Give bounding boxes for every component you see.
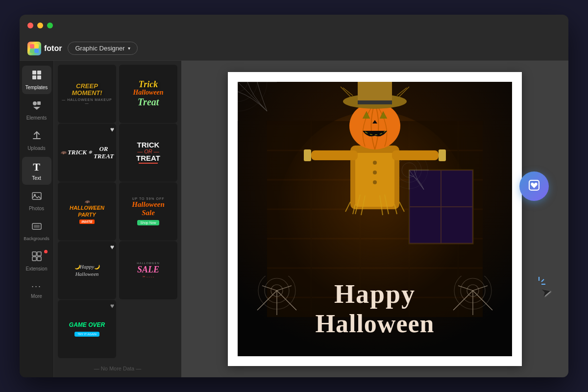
svg-rect-14 [32, 252, 36, 256]
svg-point-40 [373, 161, 377, 165]
svg-point-8 [33, 101, 37, 105]
heart-icon-happy: ♥ [110, 243, 114, 251]
template-grid: CREEPMOMENT! — HALLOWEEN MAKEUP — Trick … [54, 61, 181, 360]
sale1-main: HalloweenSale [132, 200, 165, 217]
svg-rect-17 [37, 257, 41, 261]
sidebar-item-elements[interactable]: Elements [22, 96, 51, 124]
svg-rect-7 [37, 75, 41, 79]
sidebar-item-templates[interactable]: Templates [22, 66, 51, 94]
template-card-trick-treat-1[interactable]: Trick Halloween Treat [119, 65, 177, 123]
svg-text:Halloween: Halloween [316, 310, 435, 338]
template-card-happy-halloween-small[interactable]: ♥ 🌙Happy🌙Halloween [58, 241, 116, 299]
trick3-treat: TREAT [136, 154, 160, 162]
minimize-button[interactable] [37, 23, 43, 28]
sidebar-item-backgrounds-label: Backgrounds [24, 236, 49, 241]
favorite-button[interactable] [519, 172, 549, 201]
trick3-trick: TRICK [136, 141, 160, 148]
graphic-designer-button[interactable]: Graphic Designer [68, 42, 137, 55]
canvas-image[interactable]: Happy Halloween [238, 82, 512, 356]
creep-moment-sub: — HALLOWEEN MAKEUP — [62, 98, 112, 105]
sidebar-item-photos[interactable]: Photos [22, 187, 51, 215]
template-card-game-over[interactable]: ♥ GAME OVER TRY IT AGAIN [58, 300, 116, 358]
svg-rect-6 [32, 75, 36, 79]
svg-point-42 [373, 180, 377, 184]
svg-rect-3 [34, 49, 39, 53]
sidebar-item-extension-label: Extension [26, 266, 48, 271]
template-card-creep-moment[interactable]: CREEPMOMENT! — HALLOWEEN MAKEUP — [58, 65, 116, 123]
title-bar [20, 15, 568, 36]
svg-line-95 [541, 279, 544, 282]
text-icon: T [33, 161, 40, 173]
sidebar-item-more[interactable]: ··· More [22, 277, 51, 303]
svg-rect-16 [32, 257, 36, 261]
no-more-data: — No More Data — [54, 360, 181, 377]
template-card-halloween-sale-1[interactable]: UP TO 59% OFF HalloweenSale Shop Now [119, 182, 177, 241]
svg-line-77 [257, 291, 277, 310]
heart-icon-2: ♥ [110, 125, 114, 133]
sidebar-item-backgrounds[interactable]: Backgrounds [22, 217, 51, 245]
sidebar-item-uploads-label: Uploads [27, 146, 46, 151]
logo-text: fotor [44, 44, 62, 53]
svg-rect-43 [311, 150, 358, 160]
canvas-area: Happy Halloween [181, 61, 568, 377]
backgrounds-icon [31, 221, 42, 234]
svg-point-41 [373, 171, 377, 174]
top-bar: fotor Graphic Designer [20, 36, 568, 61]
trick2-text: 🦇 TRICK ✱ OR TREAT [60, 146, 114, 160]
photos-icon [31, 191, 42, 204]
extension-icon [31, 251, 42, 264]
sidebar: Templates Elements [20, 61, 54, 377]
canvas-wrapper: Happy Halloween [228, 72, 522, 366]
template-card-halloween-party[interactable]: 🦇 halloween PARTY INVITE [58, 182, 116, 241]
sidebar-item-text[interactable]: T Text [22, 157, 51, 185]
template-card-trick-treat-2[interactable]: ♥ 🦇 TRICK ✱ OR TREAT [58, 123, 116, 182]
svg-line-75 [277, 291, 296, 310]
trick3-line [139, 163, 158, 164]
heart-icon-gameover: ♥ [110, 302, 114, 310]
app-body: fotor Graphic Designer [20, 36, 568, 377]
more-icon: ··· [31, 281, 42, 292]
svg-rect-60 [358, 100, 392, 104]
happy-halloween-heading: Happy Halloween [238, 276, 512, 342]
sidebar-item-uploads[interactable]: Uploads [22, 126, 51, 155]
svg-rect-9 [37, 101, 41, 105]
sale1-up: UP TO 59% OFF [132, 197, 165, 200]
maximize-button[interactable] [47, 23, 53, 28]
templates-panel: CREEPMOMENT! — HALLOWEEN MAKEUP — Trick … [54, 61, 181, 377]
sidebar-item-more-label: More [31, 294, 42, 299]
svg-line-83 [453, 291, 473, 310]
elements-icon [31, 100, 42, 113]
template-card-halloween-sale-2[interactable]: HALLOWEEN SALE ✂ - - - - [119, 241, 177, 299]
svg-rect-44 [392, 150, 439, 160]
svg-rect-4 [32, 71, 36, 74]
sale2-sub: ✂ - - - - [137, 275, 160, 279]
svg-rect-45 [304, 149, 311, 161]
trick3-or: — OR — [136, 148, 160, 154]
sidebar-item-extension[interactable]: Extension [22, 247, 51, 275]
svg-rect-46 [439, 149, 446, 161]
content-row: Templates Elements [20, 61, 568, 377]
sidebar-item-text-label: Text [32, 175, 41, 181]
sidebar-item-elements-label: Elements [26, 115, 47, 121]
svg-text:Happy: Happy [334, 279, 416, 309]
or-text-1: Halloween [133, 89, 163, 97]
svg-rect-5 [37, 71, 41, 74]
gameover-btn: TRY IT AGAIN [74, 332, 99, 337]
close-button[interactable] [27, 23, 33, 28]
svg-rect-0 [30, 44, 34, 49]
svg-rect-15 [37, 252, 41, 256]
happy-text: 🌙Happy🌙Halloween [74, 263, 99, 277]
gameover-text: GAME OVER [69, 321, 105, 328]
app-window: fotor Graphic Designer [20, 15, 568, 377]
logo-icon [27, 42, 41, 55]
halloween-text-overlay: Happy Halloween [238, 276, 512, 342]
svg-point-52 [349, 102, 400, 149]
svg-rect-13 [34, 225, 40, 228]
svg-line-85 [473, 291, 492, 310]
template-card-trick-treat-3[interactable]: TRICK — OR — TREAT [119, 123, 177, 182]
svg-rect-2 [30, 49, 34, 53]
heart-save-icon [528, 179, 540, 194]
trick-text-1: Trick [133, 80, 163, 89]
sidebar-item-templates-label: Templates [25, 85, 48, 90]
party-text: 🦇 halloween PARTY INVITE [70, 198, 104, 224]
